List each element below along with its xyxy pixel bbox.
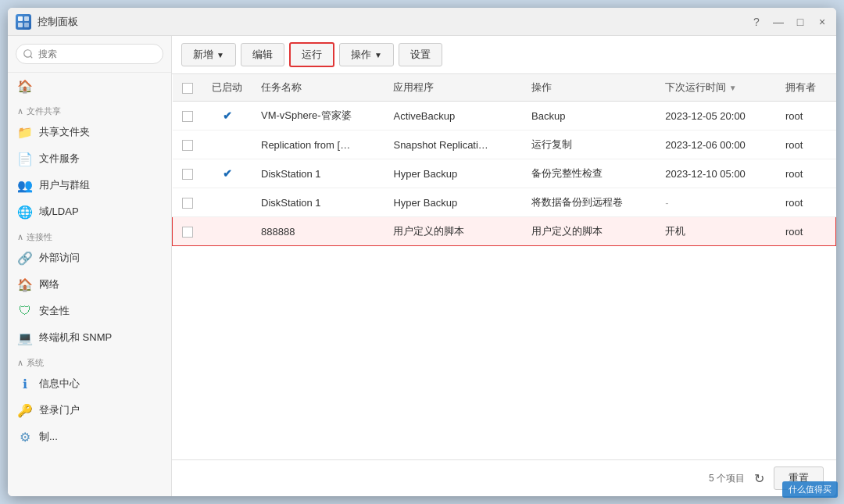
chevron-down-icon: ∧: [17, 106, 23, 116]
col-owner: 拥有者: [776, 74, 836, 102]
sidebar-item-shared-folder[interactable]: 📁 共享文件夹: [8, 119, 171, 145]
sidebar-item-info-center[interactable]: ℹ 信息中心: [8, 370, 171, 397]
refresh-button[interactable]: ↻: [754, 471, 764, 486]
action-button[interactable]: 操作 ▼: [339, 43, 394, 66]
row-checkbox-2[interactable]: [182, 169, 193, 180]
enabled-checkmark: ✔: [223, 167, 232, 180]
chevron-down-icon: ∧: [17, 358, 23, 368]
login-portal-icon: 🔑: [17, 402, 33, 418]
row-enabled-cell: [202, 188, 252, 217]
row-task-name: Replication from […: [252, 130, 384, 159]
minimize-button[interactable]: —: [772, 16, 785, 28]
item-count: 5 个项目: [709, 472, 745, 485]
col-application: 应用程序: [384, 74, 522, 102]
sidebar-item-label: 登录门户: [39, 403, 80, 417]
row-next-run: 开机: [656, 217, 776, 246]
row-action: 运行复制: [522, 130, 656, 159]
folder-icon: 📁: [17, 124, 33, 140]
sidebar-item-network[interactable]: 🏠 网络: [8, 271, 171, 298]
row-next-run: 2023-12-06 00:00: [656, 130, 776, 159]
sidebar: 🏠 ∧ 文件共享 📁 共享文件夹 📄 文件服务 👥 用户与群组 🌐: [8, 36, 172, 496]
row-next-run: 2023-12-10 05:00: [656, 159, 776, 188]
row-enabled-cell: ✔: [202, 102, 252, 130]
sidebar-item-login-portal[interactable]: 🔑 登录门户: [8, 397, 171, 424]
row-action: Backup: [522, 102, 656, 130]
domain-icon: 🌐: [17, 204, 33, 220]
select-all-checkbox[interactable]: [182, 83, 193, 94]
table-row[interactable]: Replication from [… Snapshot Replicati… …: [173, 130, 836, 159]
sidebar-item-home[interactable]: 🏠: [8, 73, 171, 99]
app-icon: [16, 14, 31, 30]
row-application: ActiveBackup: [384, 102, 522, 130]
row-select-cell: [173, 188, 203, 217]
row-owner: root: [776, 188, 836, 217]
row-checkbox-1[interactable]: [182, 140, 193, 151]
sidebar-item-domain-ldap[interactable]: 🌐 域/LDAP: [8, 198, 171, 225]
sidebar-search-area: [8, 36, 171, 73]
row-task-name: 888888: [252, 217, 384, 246]
row-application: Hyper Backup: [384, 159, 522, 188]
enabled-checkmark: ✔: [223, 109, 232, 122]
sort-arrow-icon: ▼: [729, 84, 737, 92]
row-action: 将数据备份到远程卷: [522, 188, 656, 217]
row-owner: root: [776, 102, 836, 130]
chevron-down-icon: ∧: [17, 232, 23, 242]
users-icon: 👥: [17, 177, 33, 193]
new-button[interactable]: 新增 ▼: [181, 43, 236, 66]
col-enabled: 已启动: [202, 74, 252, 102]
sidebar-item-file-services[interactable]: 📄 文件服务: [8, 145, 171, 172]
svg-rect-1: [24, 16, 29, 21]
row-enabled-cell: [202, 130, 252, 159]
row-action: 用户定义的脚本: [522, 217, 656, 246]
sidebar-item-label: 外部访问: [39, 251, 80, 265]
row-select-cell: [173, 102, 203, 130]
row-checkbox-4[interactable]: [182, 227, 193, 238]
row-application: Hyper Backup: [384, 188, 522, 217]
table-header-row: 已启动 任务名称 应用程序 操作: [173, 74, 836, 102]
sidebar-item-label: 网络: [39, 277, 59, 291]
svg-rect-3: [24, 23, 29, 27]
sidebar-item-security[interactable]: 🛡 安全性: [8, 298, 171, 324]
toolbar: 新增 ▼ 编辑 运行 操作 ▼ 设置: [172, 36, 836, 74]
search-input[interactable]: [16, 44, 163, 64]
watermark: 什么值得买: [782, 481, 838, 498]
row-owner: root: [776, 217, 836, 246]
row-checkbox-0[interactable]: [182, 111, 193, 122]
new-dropdown-arrow: ▼: [216, 51, 224, 59]
table-row[interactable]: DiskStation 1 Hyper Backup 将数据备份到远程卷 - r…: [173, 188, 836, 217]
row-application: Snapshot Replicati…: [384, 130, 522, 159]
help-button[interactable]: ?: [750, 16, 763, 28]
row-owner: root: [776, 130, 836, 159]
table-row[interactable]: ✔ DiskStation 1 Hyper Backup 备份完整性检查 202…: [173, 159, 836, 188]
run-button[interactable]: 运行: [289, 42, 334, 67]
sidebar-item-terminal-snmp[interactable]: 💻 终端机和 SNMP: [8, 324, 171, 351]
row-action: 备份完整性检查: [522, 159, 656, 188]
maximize-button[interactable]: □: [794, 16, 806, 28]
close-button[interactable]: ×: [816, 16, 828, 28]
sidebar-item-users-groups[interactable]: 👥 用户与群组: [8, 172, 171, 198]
row-select-cell: [173, 130, 203, 159]
row-enabled-cell: ✔: [202, 159, 252, 188]
col-next-run[interactable]: 下次运行时间 ▼: [656, 74, 776, 102]
col-task-name: 任务名称: [252, 74, 384, 102]
sidebar-item-label: 信息中心: [39, 377, 80, 391]
sidebar-item-label: 共享文件夹: [39, 125, 90, 139]
table-row[interactable]: ✔ VM-vSphere-管家婆 ActiveBackup Backup 202…: [173, 102, 836, 130]
action-dropdown-arrow: ▼: [374, 51, 382, 59]
sidebar-item-label: 安全性: [39, 304, 70, 318]
titlebar: 控制面板 ? — □ ×: [8, 8, 836, 36]
sidebar-item-control[interactable]: ⚙ 制...: [8, 424, 171, 450]
table-row[interactable]: 888888 用户定义的脚本 用户定义的脚本 开机 root: [173, 217, 836, 246]
row-task-name: VM-vSphere-管家婆: [252, 102, 384, 130]
row-checkbox-3[interactable]: [182, 198, 193, 209]
settings-button[interactable]: 设置: [399, 43, 442, 66]
task-table-container: 已启动 任务名称 应用程序 操作: [172, 74, 836, 459]
control-icon: ⚙: [17, 429, 33, 445]
file-icon: 📄: [17, 151, 33, 166]
sidebar-section-connectivity: ∧ 连接性: [8, 225, 171, 245]
sidebar-section-file-sharing: ∧ 文件共享: [8, 99, 171, 119]
edit-button[interactable]: 编辑: [241, 43, 284, 66]
sidebar-item-label: 文件服务: [39, 152, 80, 166]
sidebar-item-label: 用户与群组: [39, 178, 90, 192]
sidebar-item-external-access[interactable]: 🔗 外部访问: [8, 245, 171, 271]
